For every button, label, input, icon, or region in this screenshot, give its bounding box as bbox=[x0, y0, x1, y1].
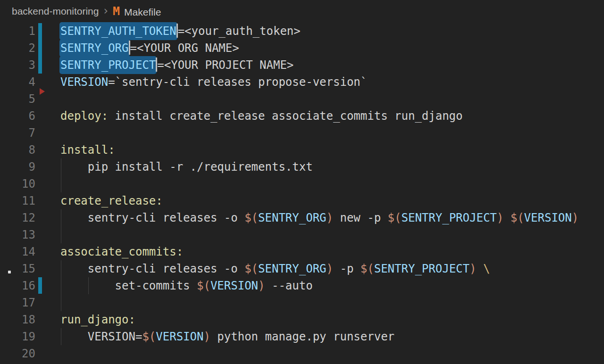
code-line[interactable]: 19 VERSION=$(VERSION) python manage.py r… bbox=[0, 328, 604, 345]
line-number[interactable]: 17 bbox=[0, 294, 35, 311]
code-line[interactable]: 2SENTRY_ORG=<YOUR ORG NAME> bbox=[0, 40, 604, 57]
code-token: create_release: bbox=[60, 194, 163, 207]
code-token: $( bbox=[244, 211, 258, 224]
line-number[interactable]: 14 bbox=[0, 243, 35, 260]
code-token: install: bbox=[60, 143, 115, 157]
code-line-content[interactable]: run_django: bbox=[60, 311, 135, 328]
code-line-content[interactable]: VERSION=$(VERSION) python manage.py runs… bbox=[60, 328, 394, 345]
code-line-content[interactable]: pip install -r ./requirements.txt bbox=[60, 158, 313, 175]
code-token: ) bbox=[572, 211, 579, 224]
code-token: run_django: bbox=[60, 313, 135, 326]
code-line[interactable]: 10 bbox=[0, 175, 604, 192]
code-token: SENTRY_PROJECT bbox=[374, 262, 470, 275]
code-token: =`sentry-cli releases propose-version` bbox=[108, 75, 367, 89]
git-deleted-marker-icon[interactable] bbox=[40, 88, 45, 95]
code-line[interactable]: 12 sentry-cli releases -o $(SENTRY_ORG) … bbox=[0, 209, 604, 226]
code-line-content[interactable]: SENTRY_ORG=<YOUR ORG NAME> bbox=[60, 40, 239, 57]
code-line-content[interactable]: sentry-cli releases -o $(SENTRY_ORG) -p … bbox=[60, 260, 490, 277]
line-number[interactable]: 2 bbox=[0, 40, 35, 57]
code-line-content[interactable]: install: bbox=[60, 141, 115, 158]
line-number[interactable]: 16 bbox=[0, 277, 35, 294]
line-number[interactable]: 11 bbox=[0, 192, 35, 209]
code-token: VERSION bbox=[156, 330, 203, 343]
code-line[interactable]: 7 bbox=[0, 124, 604, 141]
code-line[interactable]: 20 bbox=[0, 345, 604, 362]
line-number[interactable]: 13 bbox=[0, 226, 35, 243]
line-number[interactable]: 20 bbox=[0, 345, 35, 362]
code-line[interactable]: 6deploy: install create_release associat… bbox=[0, 108, 604, 124]
code-line[interactable]: 9 pip install -r ./requirements.txt bbox=[0, 158, 604, 175]
breadcrumb-file[interactable]: MMakefile bbox=[113, 5, 161, 18]
code-line[interactable]: 15 sentry-cli releases -o $(SENTRY_ORG) … bbox=[0, 260, 604, 277]
code-line[interactable]: 8install: bbox=[0, 141, 604, 158]
code-token: =<YOUR ORG NAME> bbox=[130, 41, 239, 55]
code-token: $( bbox=[511, 211, 524, 224]
line-number[interactable]: 8 bbox=[0, 141, 35, 158]
line-number[interactable]: 5 bbox=[0, 91, 35, 108]
line-number[interactable]: 3 bbox=[0, 57, 35, 74]
code-line[interactable]: 11create_release: bbox=[0, 192, 604, 209]
code-token: $( bbox=[388, 211, 402, 224]
code-line[interactable]: 18run_django: bbox=[0, 311, 604, 328]
code-token: pip install -r ./requirements.txt bbox=[60, 160, 313, 174]
mouse-cursor-artifact bbox=[8, 271, 11, 273]
line-number[interactable]: 12 bbox=[0, 209, 35, 226]
code-line[interactable]: 1SENTRY_AUTH_TOKEN=<your_auth_token> bbox=[0, 23, 604, 40]
code-line[interactable]: 3SENTRY_PROJECT=<YOUR PROJECT NAME> bbox=[0, 57, 604, 74]
code-line-content[interactable]: set-commits $(VERSION) --auto bbox=[60, 277, 313, 294]
line-number[interactable]: 7 bbox=[0, 124, 35, 141]
breadcrumb-folder[interactable]: backend-monitoring bbox=[12, 6, 99, 17]
code-line-content[interactable]: create_release: bbox=[60, 192, 163, 209]
line-number[interactable]: 6 bbox=[0, 108, 35, 124]
breadcrumb: backend-monitoring › MMakefile bbox=[0, 0, 604, 23]
code-token: ) bbox=[327, 262, 333, 275]
code-token: $( bbox=[197, 279, 210, 292]
code-line-content[interactable]: SENTRY_AUTH_TOKEN=<your_auth_token> bbox=[60, 23, 301, 40]
code-token: ) bbox=[203, 330, 210, 343]
code-token bbox=[503, 211, 510, 224]
line-number[interactable]: 19 bbox=[0, 328, 35, 345]
selected-code-token: SENTRY_AUTH_TOKEN bbox=[59, 22, 177, 40]
code-token: VERSION bbox=[524, 211, 572, 224]
code-token: sentry-cli releases -o bbox=[60, 211, 244, 224]
code-token: =<YOUR PROJECT NAME> bbox=[157, 58, 294, 72]
code-token: =<your_auth_token> bbox=[178, 25, 301, 38]
code-line[interactable]: 16 set-commits $(VERSION) --auto bbox=[0, 277, 604, 294]
selected-code-token: SENTRY_PROJECT bbox=[59, 56, 157, 74]
line-number[interactable]: 15 bbox=[0, 260, 35, 277]
code-token: ) bbox=[497, 211, 503, 224]
code-token: SENTRY_PROJECT bbox=[402, 211, 497, 224]
line-number[interactable]: 9 bbox=[0, 158, 35, 175]
code-line[interactable]: 17 bbox=[0, 294, 604, 311]
git-modified-bar[interactable] bbox=[38, 23, 42, 74]
code-token: new -p bbox=[333, 211, 388, 224]
code-line-content[interactable]: sentry-cli releases -o $(SENTRY_ORG) new… bbox=[60, 209, 579, 226]
code-line[interactable]: 13 bbox=[0, 226, 604, 243]
git-modified-bar[interactable] bbox=[38, 277, 42, 294]
code-token: \ bbox=[483, 262, 490, 275]
code-editor[interactable]: 1SENTRY_AUTH_TOKEN=<your_auth_token>2SEN… bbox=[0, 23, 604, 364]
code-line-content[interactable]: VERSION=`sentry-cli releases propose-ver… bbox=[60, 74, 367, 91]
code-token: VERSION= bbox=[60, 330, 142, 343]
breadcrumb-file-label: Makefile bbox=[124, 7, 161, 17]
code-token: ) bbox=[470, 262, 476, 275]
code-line-content[interactable]: SENTRY_PROJECT=<YOUR PROJECT NAME> bbox=[60, 57, 294, 74]
code-token: $( bbox=[142, 330, 156, 343]
line-number[interactable]: 10 bbox=[0, 175, 35, 192]
editor-lines: 1SENTRY_AUTH_TOKEN=<your_auth_token>2SEN… bbox=[0, 23, 604, 362]
code-token: -p bbox=[333, 262, 361, 275]
code-line[interactable]: 5 bbox=[0, 91, 604, 108]
code-token bbox=[476, 262, 483, 275]
code-token: deploy: bbox=[60, 109, 108, 123]
line-number[interactable]: 4 bbox=[0, 74, 35, 91]
line-number[interactable]: 18 bbox=[0, 311, 35, 328]
code-token: set-commits bbox=[60, 279, 197, 292]
code-line-content[interactable]: deploy: install create_release associate… bbox=[60, 108, 463, 124]
code-line-content[interactable]: associate_commits: bbox=[60, 243, 183, 260]
code-line[interactable]: 14associate_commits: bbox=[0, 243, 604, 260]
code-token: VERSION bbox=[210, 279, 258, 292]
line-number[interactable]: 1 bbox=[0, 23, 35, 40]
selected-code-token: SENTRY_ORG bbox=[59, 39, 130, 57]
code-token: python manage.py runserver bbox=[210, 330, 394, 343]
code-line[interactable]: 4VERSION=`sentry-cli releases propose-ve… bbox=[0, 74, 604, 91]
